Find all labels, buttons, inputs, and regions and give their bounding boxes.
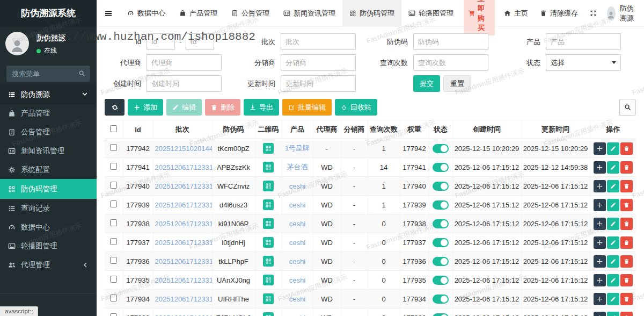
- batch-link[interactable]: 202512061712331: [155, 239, 213, 247]
- nav-tab-carousel-mgmt[interactable]: 轮播图管理: [401, 0, 460, 27]
- sidebar-item-product-mgmt[interactable]: 产品管理: [0, 104, 97, 123]
- sidebar-item-news-mgmt[interactable]: 新闻资讯管理: [0, 141, 97, 160]
- sidebar-item-notice-mgmt[interactable]: 公告管理: [0, 123, 97, 141]
- column-header[interactable]: 代理商: [313, 120, 341, 139]
- column-header[interactable]: 防伪码: [212, 120, 255, 139]
- row-delete-button[interactable]: [620, 293, 633, 305]
- product-link[interactable]: ceshi: [289, 314, 305, 316]
- row-edit-button[interactable]: [607, 312, 619, 316]
- row-edit-button[interactable]: [607, 236, 619, 249]
- row-delete-button[interactable]: [620, 255, 633, 268]
- row-checkbox[interactable]: [110, 182, 117, 189]
- sidebar-item-data-center[interactable]: 数据中心: [0, 218, 97, 236]
- buy-now-button[interactable]: 立即购买: [464, 0, 495, 35]
- row-delete-button[interactable]: [620, 312, 633, 316]
- qr-code-button[interactable]: [263, 199, 274, 210]
- sidebar-item-anti-counterfeit-root[interactable]: 防伪溯源: [0, 85, 97, 104]
- select-all-checkbox[interactable]: [110, 125, 117, 132]
- batch-link[interactable]: 202512061712331: [155, 163, 213, 171]
- status-toggle[interactable]: [433, 257, 449, 266]
- column-header[interactable]: 查询次数: [368, 120, 400, 139]
- status-toggle[interactable]: [433, 144, 449, 153]
- row-move-button[interactable]: [594, 142, 606, 155]
- column-header[interactable]: 更新时间: [521, 120, 590, 139]
- row-delete-button[interactable]: [620, 161, 633, 174]
- row-edit-button[interactable]: [607, 255, 619, 268]
- nav-tab-product-mgmt[interactable]: 产品管理: [172, 0, 224, 27]
- row-checkbox[interactable]: [110, 313, 117, 316]
- row-checkbox[interactable]: [110, 219, 117, 226]
- sidebar-toggle-button[interactable]: [97, 9, 120, 18]
- filter-input-distributor[interactable]: [281, 54, 356, 71]
- navbar-username[interactable]: 防伪溯源: [616, 4, 644, 23]
- row-move-button[interactable]: [594, 255, 606, 268]
- nav-tab-notice-mgmt[interactable]: 公告管理: [224, 0, 276, 27]
- row-checkbox[interactable]: [110, 257, 117, 264]
- qr-code-button[interactable]: [263, 312, 274, 316]
- sidebar-item-security-code-mgmt[interactable]: 防伪码管理: [0, 179, 97, 199]
- filter-input-id-from[interactable]: [147, 33, 175, 50]
- row-move-button[interactable]: [594, 236, 606, 249]
- column-header[interactable]: 分销商: [341, 120, 368, 139]
- batch-edit-button[interactable]: 批量编辑: [282, 99, 332, 116]
- status-toggle[interactable]: [433, 295, 449, 304]
- nav-tab-data-center[interactable]: 数据中心: [120, 0, 172, 27]
- recyclebin-button[interactable]: 回收站: [335, 99, 377, 116]
- product-link[interactable]: 1号星牌: [285, 144, 310, 152]
- refresh-button[interactable]: [105, 99, 125, 116]
- batch-link[interactable]: 202512061712331: [155, 220, 213, 228]
- nav-tab-security-code-mgmt[interactable]: 防伪码管理: [342, 0, 401, 27]
- sidebar-item-query-log[interactable]: 查询记录: [0, 199, 97, 218]
- row-move-button[interactable]: [594, 180, 606, 192]
- clear-cache-button[interactable]: 清除缓存: [534, 9, 584, 18]
- row-checkbox[interactable]: [110, 144, 117, 151]
- filter-input-agent[interactable]: [147, 54, 222, 71]
- row-move-button[interactable]: [594, 161, 606, 174]
- filter-input-batch[interactable]: [281, 33, 356, 50]
- row-delete-button[interactable]: [620, 218, 633, 230]
- column-header[interactable]: 状态: [429, 120, 452, 139]
- qr-code-button[interactable]: [263, 256, 274, 267]
- navbar-avatar[interactable]: [607, 6, 616, 20]
- search-toggle-button[interactable]: [619, 99, 636, 116]
- row-checkbox[interactable]: [110, 163, 117, 170]
- row-delete-button[interactable]: [620, 180, 633, 192]
- row-checkbox[interactable]: [110, 200, 117, 207]
- sidebar-item-system-config[interactable]: 系统配置: [0, 160, 97, 179]
- batch-link[interactable]: 202512061712331: [155, 314, 213, 316]
- fullscreen-button[interactable]: [584, 10, 603, 17]
- qr-code-button[interactable]: [263, 237, 274, 248]
- column-header[interactable]: 产品: [282, 120, 313, 139]
- status-toggle[interactable]: [433, 313, 449, 316]
- batch-link[interactable]: 202512061712331: [155, 182, 213, 190]
- product-link[interactable]: ceshi: [289, 220, 305, 228]
- menu-search-input[interactable]: [6, 66, 90, 82]
- batch-link[interactable]: 202512061712331: [155, 276, 213, 284]
- sidebar-item-agent-mgmt[interactable]: 代理管理: [0, 255, 97, 274]
- qr-code-button[interactable]: [263, 162, 274, 173]
- status-toggle[interactable]: [433, 219, 449, 228]
- batch-link[interactable]: 202512061712331: [155, 257, 213, 265]
- status-toggle[interactable]: [433, 163, 449, 172]
- edit-button[interactable]: 编辑: [166, 99, 202, 116]
- qr-code-button[interactable]: [263, 293, 274, 304]
- home-button[interactable]: 主页: [498, 9, 534, 18]
- column-header[interactable]: Id: [123, 120, 153, 139]
- sidebar-item-carousel-mgmt[interactable]: 轮播图管理: [0, 236, 97, 255]
- filter-input-security-code[interactable]: [413, 33, 488, 50]
- row-move-button[interactable]: [594, 274, 606, 286]
- qr-code-button[interactable]: [263, 275, 274, 285]
- product-link[interactable]: 茅台酒: [287, 163, 308, 171]
- qr-code-button[interactable]: [263, 181, 274, 191]
- row-delete-button[interactable]: [620, 236, 633, 249]
- row-edit-button[interactable]: [607, 142, 619, 155]
- row-move-button[interactable]: [594, 199, 606, 211]
- column-header[interactable]: 批次: [153, 120, 212, 139]
- status-toggle[interactable]: [433, 182, 449, 191]
- batch-link[interactable]: 202512061712331: [155, 295, 213, 303]
- batch-link[interactable]: 202512151020144: [155, 145, 213, 153]
- reset-button[interactable]: 重置: [443, 75, 471, 92]
- status-toggle[interactable]: [433, 276, 449, 285]
- qr-code-button[interactable]: [263, 218, 274, 229]
- batch-link[interactable]: 202512061712331: [155, 201, 213, 209]
